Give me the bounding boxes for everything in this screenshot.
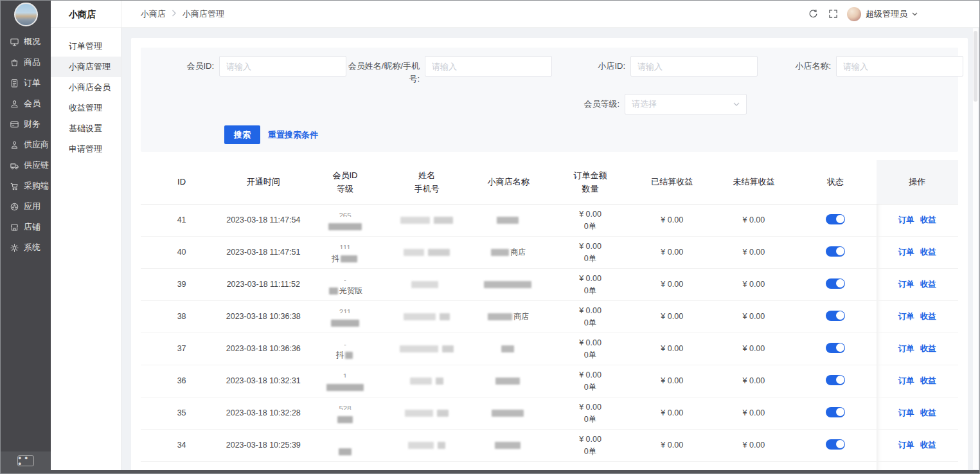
shop-name-input[interactable] (836, 56, 963, 77)
redacted-text (440, 313, 450, 320)
member-name-input[interactable] (425, 56, 552, 77)
redacted-text (405, 410, 433, 417)
rail-item[interactable]: 系统 (1, 237, 51, 258)
cell-status (795, 397, 877, 429)
status-toggle[interactable] (826, 343, 845, 353)
rail-item[interactable]: 概况 (1, 32, 51, 52)
earnings-link[interactable]: 收益 (920, 343, 936, 354)
cell-settled: ¥ 0.00 (631, 365, 713, 397)
submenu-item[interactable]: 收益管理 (51, 98, 121, 118)
earnings-link[interactable]: 收益 (920, 247, 936, 258)
shop-id-input[interactable] (630, 56, 758, 77)
fullscreen-icon[interactable] (827, 8, 839, 20)
redacted-text (410, 378, 432, 385)
cell-settled: ¥ 0.00 (631, 236, 713, 268)
user-menu[interactable]: 超级管理员 (847, 7, 918, 21)
cell-status (795, 333, 877, 365)
cell-shop-name: 商店 (468, 300, 549, 333)
order-link[interactable]: 订单 (898, 343, 914, 354)
earnings-link[interactable]: 收益 (920, 311, 936, 322)
member-id-input[interactable] (219, 56, 346, 77)
redacted-text (328, 223, 362, 230)
status-toggle[interactable] (826, 407, 845, 417)
rail-item[interactable]: 供应商 (1, 134, 51, 155)
redacted-text (488, 313, 512, 320)
redacted-text (438, 442, 445, 449)
cell-actions: 订单 收益 (877, 236, 958, 268)
redacted-text (408, 442, 434, 449)
rail-item[interactable]: 供应链 (1, 155, 51, 176)
earnings-link[interactable]: 收益 (920, 215, 936, 226)
member-level-select[interactable]: 请选择 (625, 94, 747, 114)
earnings-link[interactable]: 收益 (920, 440, 936, 451)
horizontal-scrollbar[interactable] (1, 470, 979, 473)
redacted-text (484, 281, 531, 288)
cell-actions: 订单 收益 (877, 365, 958, 397)
redacted-text (400, 217, 430, 224)
order-link[interactable]: 订单 (898, 279, 914, 290)
status-toggle[interactable] (826, 375, 845, 385)
submenu-item[interactable]: 小商店管理 (51, 57, 121, 77)
rail-item[interactable]: 采购端 (1, 176, 51, 196)
cell-unsettled: ¥ 0.00 (713, 429, 794, 461)
order-link[interactable]: 订单 (898, 408, 914, 419)
cell-name-phone (386, 236, 468, 268)
redacted-text (345, 352, 353, 359)
cell-shop-name: 商店 (468, 236, 549, 268)
redacted-text (411, 281, 438, 288)
table-header: ID 开通时间 会员ID等级 姓名手机号 小商店名称 订单金额数量 已结算收益 … (141, 160, 958, 204)
status-toggle[interactable] (826, 246, 845, 257)
order-link[interactable]: 订单 (898, 440, 914, 451)
cell-settled: ¥ 0.00 (631, 333, 713, 365)
status-toggle[interactable] (826, 311, 845, 321)
cell-id: 35 (141, 397, 222, 429)
cell-name-phone (386, 333, 468, 365)
cell-shop-name (468, 268, 549, 300)
status-toggle[interactable] (826, 278, 845, 289)
rail-item[interactable]: 商品 (1, 52, 51, 73)
earnings-link[interactable]: 收益 (920, 376, 936, 387)
rail-item[interactable]: 应用 (1, 196, 51, 217)
cell-order-amount: ¥ 0.00 0单 (549, 300, 631, 333)
reset-search-link[interactable]: 重置搜索条件 (268, 129, 318, 141)
collapse-button[interactable]: ● ● ● (17, 455, 34, 466)
col-shop-name: 小商店名称 (468, 160, 549, 204)
order-link[interactable]: 订单 (898, 247, 914, 258)
rail-item[interactable]: 订单 (1, 73, 51, 93)
secondary-sidebar: 小商店 订单管理小商店管理小商店会员收益管理基础设置申请管理 (51, 1, 121, 470)
col-settled: 已结算收益 (631, 160, 713, 204)
cell-order-amount: ¥ 0.00 0单 (549, 268, 631, 300)
cell-actions: 订单 收益 (877, 204, 958, 236)
cell-shop-name (468, 397, 549, 429)
rail-item[interactable]: 财务 (1, 114, 51, 134)
submenu-item[interactable]: 小商店会员 (51, 77, 121, 98)
order-link[interactable]: 订单 (898, 311, 914, 322)
rail-item[interactable]: 店铺 (1, 217, 51, 237)
earnings-link[interactable]: 收益 (920, 408, 936, 419)
status-toggle[interactable] (826, 214, 845, 224)
col-status: 状态 (795, 160, 877, 204)
cell-order-amount: ¥ 0.00 0单 (549, 333, 631, 365)
submenu-item[interactable]: 申请管理 (51, 139, 121, 160)
cell-order-amount: ¥ 0.00 0单 (549, 429, 631, 461)
redacted-text (331, 320, 359, 327)
secondary-nav: 订单管理小商店管理小商店会员收益管理基础设置申请管理 (51, 28, 121, 160)
redacted-text (337, 416, 353, 423)
search-button[interactable]: 搜索 (224, 125, 260, 144)
refresh-icon[interactable] (807, 8, 819, 20)
redacted-text (434, 217, 453, 224)
submenu-item[interactable]: 订单管理 (51, 36, 121, 57)
redacted-text (501, 345, 514, 352)
earnings-link[interactable]: 收益 (920, 279, 936, 290)
cell-status (795, 268, 877, 300)
rail-item[interactable]: 会员 (1, 93, 51, 114)
order-link[interactable]: 订单 (898, 376, 914, 387)
submenu-item[interactable]: 基础设置 (51, 118, 121, 139)
vertical-scrollbar[interactable] (973, 28, 978, 469)
order-link[interactable]: 订单 (898, 215, 914, 226)
cell-status (795, 300, 877, 333)
cell-open-time: 2023-03-18 10:36:38 (222, 300, 304, 333)
supply-chain-icon (9, 160, 19, 170)
status-toggle[interactable] (826, 439, 845, 450)
breadcrumb-parent[interactable]: 小商店 (141, 8, 166, 20)
